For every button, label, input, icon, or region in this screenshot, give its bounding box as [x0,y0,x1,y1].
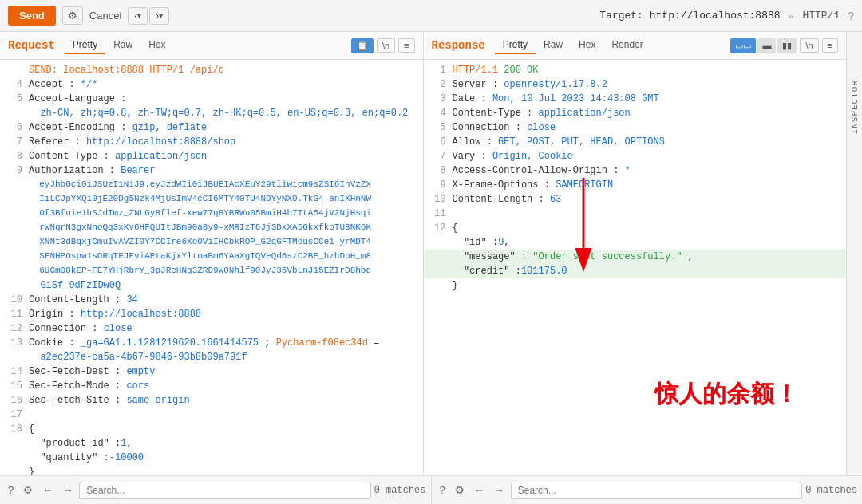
code-line: 9 Authorization : Bearer [0,163,423,178]
response-view-buttons: ▭▭ ▬ ▮▮ [730,38,797,53]
code-line: 6 Accept-Encoding : gzip, deflate [0,120,423,135]
response-highlight-line-credit: "credit" :101175.0 [424,264,847,278]
tab-response-raw[interactable]: Raw [536,37,571,54]
request-more-btn[interactable]: ≡ [398,38,414,53]
response-tabs: Pretty Raw Hex Render [495,37,731,54]
code-line: a2ec237e-ca5a-4b67-9846-93b8b09a791f [0,350,423,364]
code-line: } [424,278,847,293]
right-search-input[interactable] [511,482,802,499]
code-line: XNNt3dBqxjCmuIvAVZI0Y7CCIre6Xo0ViIHCbkRO… [0,235,423,250]
code-line: 6UGm08kEP-FE7YHjRbrY_3pJReHNg3ZRD9W0Nhlf… [0,264,423,278]
code-line: 4 Content-Type : application/json [424,106,847,120]
code-line: rWNqrN3gxNnoQq3xKv6HFQUItJBm90a8y9-xMRIz… [0,221,423,235]
code-line: GiSf_9dFzIDw0Q [0,278,423,293]
request-newline-btn[interactable]: \n [377,38,395,53]
right-help-btn[interactable]: ? [437,482,449,498]
code-line: 18 { [0,422,423,436]
left-search-input[interactable] [79,482,370,499]
code-line: 8 Access-Control-Allow-Origin : * [424,163,847,178]
right-back-btn[interactable]: ← [471,482,488,498]
code-line: 7 Vary : Origin, Cookie [424,149,847,163]
request-panel-title: Request [8,39,55,52]
bottom-bars: ? ⚙ ← → 0 matches ? ⚙ ← → 0 matches [0,475,862,504]
left-forward-btn[interactable]: → [59,482,76,498]
code-line: "quantity" :-10000 [0,451,423,465]
toolbar: Send ⚙ Cancel ‹ ▾ › ▾ Target: http://loc… [0,0,862,32]
right-settings-btn[interactable]: ⚙ [452,482,468,498]
request-tabs: Pretty Raw Hex [65,37,351,54]
code-line: 9 X-Frame-Options : SAMEORIGIN [424,178,847,192]
code-line: 5 Accept-Language : [0,92,423,106]
response-panel-actions: ▭▭ ▬ ▮▮ \n ≡ [730,38,838,53]
code-line: 15 Sec-Fetch-Mode : cors [0,379,423,393]
response-view-btn-2[interactable]: ▬ [757,38,776,53]
code-line: 1 HTTP/1.1 200 OK [424,63,847,77]
main-content: Request Pretty Raw Hex 📋 \n ≡ SEND: loca… [0,32,862,475]
request-panel-header: Request Pretty Raw Hex 📋 \n ≡ [0,32,423,60]
tab-response-render[interactable]: Render [603,37,650,54]
left-matches-text: 0 matches [374,485,426,496]
annotation-arrow [552,178,615,258]
right-forward-btn[interactable]: → [491,482,508,498]
right-bottom-bar: ? ⚙ ← → 0 matches [432,476,863,504]
code-line: eyJhbGci0iJSUzI1NiJ9.eyJzdWIi0iJBUEIAcXE… [0,178,423,192]
code-line: 2 Server : openresty/1.17.8.2 [424,77,847,92]
code-line: 5 Connection : close [424,120,847,135]
left-settings-btn[interactable]: ⚙ [20,482,36,498]
code-line: SFNHPOspw1sORqTFJEviAPtaKjxYltoaBm6YAaXg… [0,250,423,264]
tab-request-raw[interactable]: Raw [105,37,140,54]
send-button[interactable]: Send [8,6,56,26]
code-line: 16 Sec-Fetch-Site : same-origin [0,393,423,408]
code-line: 12 { [424,221,847,235]
left-help-btn[interactable]: ? [5,482,17,498]
forward-button[interactable]: › ▾ [149,7,169,25]
toolbar-right: Target: http://localhost:8888 ✏ HTTP/1 ? [599,10,854,22]
help-button[interactable]: ? [848,10,854,22]
back-button[interactable]: ‹ ▾ [128,7,148,25]
tab-request-pretty[interactable]: Pretty [65,37,105,54]
code-line: 14 Sec-Fetch-Dest : empty [0,364,423,379]
inspector-sidebar: INSPECTOR [846,32,862,475]
nav-buttons: ‹ ▾ › ▾ [128,7,169,25]
response-more-btn[interactable]: ≡ [822,38,838,53]
edit-icon[interactable]: ✏ [789,10,795,22]
code-line: } [0,465,423,475]
request-code-area[interactable]: SEND: localhost:8888 HTTP/1 /api/o 4 Acc… [0,60,423,475]
left-bottom-bar: ? ⚙ ← → 0 matches [0,476,432,504]
response-panel-title: Response [432,39,485,52]
code-line: 3 Date : Mon, 10 Jul 2023 14:43:08 GMT [424,92,847,106]
code-line: "id" :9, [424,235,847,250]
code-line: IiLCJpYXQi0jE20Dg5Nzk4MjUsImV4cCI6MTY40T… [0,192,423,207]
code-line: 11 [424,207,847,221]
tab-response-pretty[interactable]: Pretty [495,37,536,54]
code-line: "product_id" :1, [0,436,423,451]
settings-button[interactable]: ⚙ [62,6,83,25]
request-copy-btn[interactable]: 📋 [351,38,374,53]
annotation-text: 惊人的余额！ [654,376,798,411]
target-url: Target: http://localhost:8888 [599,10,780,22]
tab-request-hex[interactable]: Hex [140,37,173,54]
code-line: 10 Content-Length : 34 [0,293,423,307]
code-line: 8 Content-Type : application/json [0,149,423,163]
code-line: zh-CN, zh;q=0.8, zh-TW;q=0.7, zh-HK;q=0.… [0,106,423,120]
code-line: 17 [0,408,423,422]
http-version: HTTP/1 [802,10,840,22]
code-line: 6 Allow : GET, POST, PUT, HEAD, OPTIONS [424,135,847,149]
code-line: 12 Connection : close [0,321,423,336]
right-matches-text: 0 matches [805,485,857,496]
code-line: 10 Content-Length : 63 [424,192,847,207]
tab-response-hex[interactable]: Hex [571,37,603,54]
response-code-area[interactable]: 1 HTTP/1.1 200 OK 2 Server : openresty/1… [424,60,847,475]
code-line: 4 Accept : */* [0,77,423,92]
left-back-btn[interactable]: ← [39,482,56,498]
response-view-btn-3[interactable]: ▮▮ [777,38,797,53]
code-line: SEND: localhost:8888 HTTP/1 /api/o [0,63,423,77]
inspector-label: INSPECTOR [850,80,860,134]
cancel-button[interactable]: Cancel [89,10,121,22]
response-highlight-line-message: "message" : "Order sent successfully." , [424,250,847,264]
response-newline-btn[interactable]: \n [800,38,818,53]
response-view-btn-1[interactable]: ▭▭ [730,38,756,53]
response-panel: Response Pretty Raw Hex Render ▭▭ ▬ ▮▮ \… [424,32,847,475]
response-panel-header: Response Pretty Raw Hex Render ▭▭ ▬ ▮▮ \… [424,32,847,60]
code-line: 13 Cookie : _ga=GA1.1.1281219620.1661414… [0,336,423,350]
